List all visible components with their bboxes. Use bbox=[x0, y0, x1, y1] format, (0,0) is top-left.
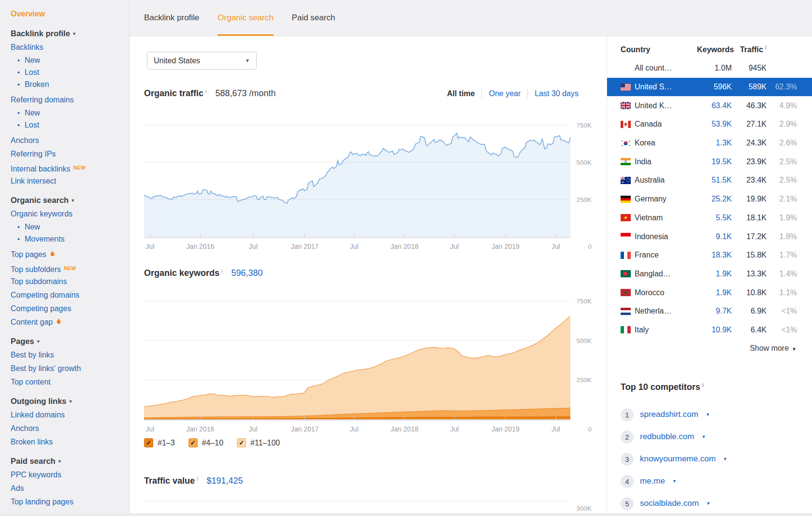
country-stats-panel: Country Keywords Traffici All count…1.0M… bbox=[607, 36, 812, 516]
time-filter-all-time[interactable]: All time bbox=[447, 89, 475, 98]
rank-badge: 2 bbox=[621, 430, 634, 444]
sidebar-item-lost[interactable]: Lost bbox=[11, 119, 129, 131]
country-row-korea[interactable]: Korea1.3K24.3K2.6% bbox=[607, 134, 812, 153]
sidebar-item-top-content[interactable]: Top content bbox=[11, 375, 129, 389]
competitor-domain-link[interactable]: redbubble.com bbox=[640, 432, 694, 442]
country-row-france[interactable]: France18.3K15.8K1.7% bbox=[607, 246, 812, 265]
country-row-all-count[interactable]: All count…1.0M945K bbox=[607, 59, 812, 78]
keywords-value[interactable]: 19.5K bbox=[697, 158, 732, 166]
chevron-down-icon[interactable]: ▼ bbox=[723, 457, 727, 461]
sidebar-item-top-pages[interactable]: Top pages bbox=[11, 248, 129, 261]
country-row-indonesia[interactable]: Indonesia9.1K17.2K1.8% bbox=[607, 227, 812, 246]
show-more-button[interactable]: Show more▼ bbox=[750, 344, 797, 353]
position-filter-11-100[interactable]: ✓#11–100 bbox=[237, 438, 280, 447]
keywords-value[interactable]: 9.1K bbox=[697, 232, 732, 241]
keywords-value[interactable]: 1.3K bbox=[697, 139, 732, 147]
top-competitors-list: 1spreadshirt.com▼2redbubble.com▼3knowyou… bbox=[621, 403, 804, 515]
country-row-india[interactable]: India19.5K23.9K2.5% bbox=[607, 152, 812, 171]
keywords-value[interactable]: 63.4K bbox=[697, 101, 732, 110]
sidebar-item-best-by-links-growth[interactable]: Best by links' growth bbox=[11, 362, 129, 375]
keywords-value[interactable]: 53.9K bbox=[697, 120, 732, 129]
traffic-column-header: Traffici bbox=[732, 45, 767, 54]
sidebar-item-competing-domains[interactable]: Competing domains bbox=[11, 288, 129, 302]
sidebar-item-organic-keywords[interactable]: Organic keywords bbox=[11, 207, 129, 221]
info-icon[interactable]: i bbox=[221, 268, 222, 274]
position-filter-4-10[interactable]: ✓#4–10 bbox=[188, 438, 224, 447]
sidebar-item-overview[interactable]: Overview bbox=[11, 7, 129, 21]
country-row-united-k[interactable]: United K…63.4K46.3K4.9% bbox=[607, 96, 812, 115]
checkbox-icon[interactable]: ✓ bbox=[188, 438, 198, 447]
info-icon[interactable]: i bbox=[205, 88, 206, 94]
sidebar-item-backlinks[interactable]: Backlinks bbox=[11, 41, 129, 54]
sidebar-item-top-landing-pages[interactable]: Top landing pages bbox=[11, 495, 129, 509]
country-row-australia[interactable]: Australia51.5K23.4K2.5% bbox=[607, 171, 812, 190]
sidebar-item-referring-domains[interactable]: Referring domains bbox=[11, 93, 129, 107]
keywords-value[interactable]: 1.9K bbox=[697, 288, 732, 297]
sidebar-item-outgoing-links[interactable]: Outgoing links▾ bbox=[11, 394, 129, 408]
sidebar-item-competing-pages[interactable]: Competing pages bbox=[11, 302, 129, 315]
competitor-domain-link[interactable]: knowyourmeme.com bbox=[640, 454, 716, 464]
keywords-value[interactable]: 18.3K bbox=[697, 251, 732, 259]
sidebar-item-top-subdomains[interactable]: Top subdomains bbox=[11, 275, 129, 288]
sidebar-item-content-gap[interactable]: Content gap bbox=[11, 315, 129, 329]
country-name: Australia bbox=[635, 176, 665, 185]
sidebar-item-paid-search[interactable]: Paid search▾ bbox=[11, 454, 129, 468]
sidebar-item-referring-ips[interactable]: Referring IPs bbox=[11, 147, 129, 161]
checkbox-icon[interactable]: ✓ bbox=[237, 438, 246, 447]
country-row-germany[interactable]: Germany25.2K19.9K2.1% bbox=[607, 190, 812, 209]
info-icon[interactable]: i bbox=[702, 382, 704, 388]
sidebar-item-broken[interactable]: Broken bbox=[11, 78, 129, 90]
checkbox-icon[interactable]: ✓ bbox=[144, 438, 153, 447]
tab-backlink-profile[interactable]: Backlink profile bbox=[144, 0, 199, 36]
keywords-value[interactable]: 5.5K bbox=[697, 214, 732, 222]
info-icon[interactable]: i bbox=[197, 476, 198, 482]
sidebar-item-movements[interactable]: Movements bbox=[11, 233, 129, 245]
chevron-down-icon[interactable]: ▼ bbox=[701, 434, 706, 439]
keywords-value[interactable]: 51.5K bbox=[697, 176, 732, 185]
country-row-vietnam[interactable]: Vietnam5.5K18.1K1.9% bbox=[607, 209, 812, 228]
sidebar-item-new[interactable]: New bbox=[11, 107, 129, 119]
chevron-down-icon[interactable]: ▼ bbox=[706, 501, 710, 506]
country-row-morocco[interactable]: Morocco1.9K10.8K1.1% bbox=[607, 283, 812, 302]
sidebar-item-lost[interactable]: Lost bbox=[11, 66, 129, 78]
chevron-down-icon[interactable]: ▼ bbox=[672, 479, 677, 484]
sidebar-item-new[interactable]: New bbox=[11, 54, 129, 66]
sidebar-item-organic-search[interactable]: Organic search▾ bbox=[11, 193, 129, 207]
competitor-domain-link[interactable]: spreadshirt.com bbox=[640, 410, 698, 419]
sidebar-item-anchors[interactable]: Anchors bbox=[11, 422, 129, 435]
sidebar-item-linked-domains[interactable]: Linked domains bbox=[11, 408, 129, 422]
chevron-down-icon[interactable]: ▼ bbox=[706, 412, 710, 417]
competitor-domain-link[interactable]: socialblade.com bbox=[640, 499, 699, 508]
sidebar-item-top-subfolders[interactable]: Top subfoldersNEW bbox=[11, 261, 129, 275]
country-row-italy[interactable]: Italy10.9K6.4K<1% bbox=[607, 321, 812, 340]
sidebar-item-pages[interactable]: Pages▾ bbox=[11, 334, 129, 348]
keywords-value[interactable]: 9.7K bbox=[697, 307, 732, 315]
keywords-value[interactable]: 596K bbox=[697, 83, 732, 91]
competitor-domain-link[interactable]: me.me bbox=[640, 476, 665, 486]
sidebar-item-new[interactable]: New bbox=[11, 221, 129, 233]
country-row-netherla[interactable]: Netherla…9.7K6.9K<1% bbox=[607, 302, 812, 321]
sidebar-item-anchors[interactable]: Anchors bbox=[11, 134, 129, 147]
organic-keywords-value[interactable]: 596,380 bbox=[232, 268, 263, 278]
country-row-banglad[interactable]: Banglad…1.9K13.3K1.4% bbox=[607, 265, 812, 284]
country-row-united-s[interactable]: United S…596K589K62.3% bbox=[607, 78, 812, 97]
keywords-value[interactable]: 10.9K bbox=[697, 326, 732, 334]
sidebar-item-broken-links[interactable]: Broken links bbox=[11, 435, 129, 449]
sidebar-item-ppc-keywords[interactable]: PPC keywords bbox=[11, 468, 129, 482]
keywords-value[interactable]: 25.2K bbox=[697, 195, 732, 203]
sidebar-item-best-by-links[interactable]: Best by links bbox=[11, 348, 129, 362]
traffic-value-amount[interactable]: $191,425 bbox=[207, 476, 243, 486]
keywords-value[interactable]: 1.9K bbox=[697, 270, 732, 278]
traffic-share-percent: 1.7% bbox=[767, 251, 797, 259]
sidebar-item-internal-backlinks[interactable]: Internal backlinksNEW bbox=[11, 161, 129, 174]
country-row-canada[interactable]: Canada53.9K27.1K2.9% bbox=[607, 115, 812, 134]
sidebar-item-backlink-profile[interactable]: Backlink profile▾ bbox=[11, 26, 129, 41]
position-filter-1-3[interactable]: ✓#1–3 bbox=[144, 438, 175, 447]
tab-organic-search[interactable]: Organic search bbox=[218, 0, 273, 36]
sidebar-item-ads[interactable]: Ads bbox=[11, 482, 129, 495]
time-filter-one-year[interactable]: One year bbox=[489, 89, 521, 98]
country-filter-dropdown[interactable]: United States ▼ bbox=[147, 52, 257, 70]
sidebar-item-link-intersect[interactable]: Link intersect bbox=[11, 174, 129, 188]
tab-paid-search[interactable]: Paid search bbox=[292, 0, 335, 36]
time-filter-last-30-days[interactable]: Last 30 days bbox=[535, 89, 579, 98]
